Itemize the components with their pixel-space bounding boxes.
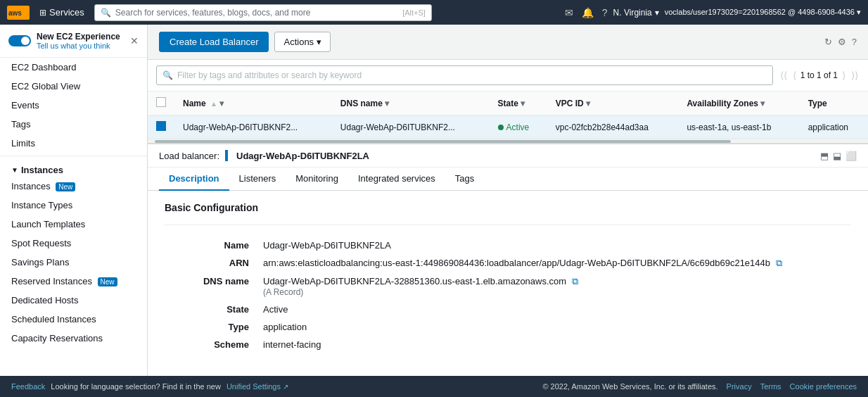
global-search[interactable]: 🔍 Search for services, features, blogs, … bbox=[94, 4, 432, 21]
sidebar-item-reserved-instances[interactable]: Reserved Instances New bbox=[0, 272, 147, 291]
tab-monitoring[interactable]: Monitoring bbox=[286, 168, 348, 191]
page-next-button[interactable]: ⟩ bbox=[841, 68, 847, 82]
tab-listeners[interactable]: Listeners bbox=[229, 168, 286, 191]
sidebar-item-instances[interactable]: Instances New bbox=[0, 177, 147, 196]
tab-tags[interactable]: Tags bbox=[445, 168, 484, 191]
col-dns: DNS name ▾ bbox=[332, 92, 490, 115]
section-divider bbox=[165, 225, 851, 225]
col-state-filter-icon[interactable]: ▾ bbox=[521, 99, 525, 108]
panel-split-1-icon[interactable]: ⬒ bbox=[820, 151, 829, 161]
field-name: Name Udagr-WebAp-D6ITUBKNF2LA bbox=[165, 237, 851, 254]
sidebar-item-savings-plans[interactable]: Savings Plans bbox=[0, 253, 147, 272]
actions-chevron-icon: ▾ bbox=[317, 37, 321, 47]
row-checkbox[interactable] bbox=[156, 121, 166, 131]
field-scheme: Scheme internet-facing bbox=[165, 336, 851, 353]
arn-copy-icon[interactable]: ⧉ bbox=[776, 258, 782, 268]
privacy-link[interactable]: Privacy bbox=[727, 382, 752, 391]
col-dns-filter-icon[interactable]: ▾ bbox=[385, 99, 389, 108]
field-dns-name: DNS name Udagr-WebAp-D6ITUBKNF2LA-328851… bbox=[165, 272, 851, 301]
table-row[interactable]: Udagr-WebAp-D6ITUBKNF2... Udagr-WebAp-D6… bbox=[148, 115, 868, 139]
alerts-icon[interactable]: 🔔 bbox=[582, 7, 594, 18]
sidebar-item-spot-requests[interactable]: Spot Requests bbox=[0, 234, 147, 253]
toolbar-icons: ↻ ⚙ ? bbox=[824, 37, 857, 47]
reserved-badge: New bbox=[98, 277, 117, 286]
lb-color-indicator bbox=[225, 150, 228, 161]
scroll-area bbox=[148, 139, 868, 143]
row-vpc: vpc-02fcb2b28e44ad3aa bbox=[547, 115, 679, 139]
create-load-balancer-button[interactable]: Create Load Balancer bbox=[159, 32, 269, 52]
help-icon[interactable]: ? bbox=[852, 37, 857, 47]
page-prev-button[interactable]: ⟨ bbox=[791, 68, 798, 82]
col-vpc: VPC ID ▾ bbox=[547, 92, 679, 115]
sidebar-item-limits[interactable]: Limits bbox=[0, 134, 147, 153]
external-link-icon: ↗ bbox=[283, 383, 288, 391]
detail-content: Basic Configuration Name Udagr-WebAp-D6I… bbox=[148, 191, 868, 365]
lb-label: Load balancer: bbox=[159, 151, 219, 161]
sidebar-item-dedicated-hosts[interactable]: Dedicated Hosts bbox=[0, 291, 147, 310]
detail-panel-icons: ⬒ ⬓ ⬜ bbox=[820, 151, 857, 161]
main-content: Create Load Balancer Actions ▾ ↻ ⚙ ? 🔍 F… bbox=[148, 25, 868, 376]
unified-settings-link[interactable]: Unified Settings ↗ bbox=[226, 382, 288, 391]
terms-link[interactable]: Terms bbox=[760, 382, 781, 391]
field-arn: ARN arn:aws:elasticloadbalancing:us-east… bbox=[165, 254, 851, 272]
page-last-button[interactable]: ⟩⟩ bbox=[850, 68, 860, 82]
sidebar-item-launch-templates[interactable]: Launch Templates bbox=[0, 215, 147, 234]
footer: Feedback Looking for language selection?… bbox=[0, 376, 868, 397]
row-state: Active bbox=[490, 115, 547, 139]
panel-split-2-icon[interactable]: ⬓ bbox=[833, 151, 841, 161]
detail-tabs: Description Listeners Monitoring Integra… bbox=[148, 168, 868, 191]
load-balancers-table: Name ▲ ▾ DNS name ▾ State ▾ bbox=[148, 92, 868, 139]
detail-header: Load balancer: Udagr-WebAp-D6ITUBKNF2LA … bbox=[148, 144, 868, 168]
info-grid: Name Udagr-WebAp-D6ITUBKNF2LA ARN arn:aw… bbox=[165, 237, 851, 353]
toggle-sub-link[interactable]: Tell us what you think bbox=[37, 42, 120, 50]
sidebar-close-button[interactable]: ✕ bbox=[130, 35, 139, 46]
filter-input[interactable]: 🔍 Filter by tags and attributes or searc… bbox=[156, 65, 773, 85]
col-vpc-filter-icon[interactable]: ▾ bbox=[586, 99, 590, 108]
sidebar-item-instance-types[interactable]: Instance Types bbox=[0, 196, 147, 215]
sidebar-item-tags[interactable]: Tags bbox=[0, 115, 147, 134]
sidebar-item-ec2-global-view[interactable]: EC2 Global View bbox=[0, 77, 147, 96]
tab-integrated-services[interactable]: Integrated services bbox=[348, 168, 445, 191]
col-az: Availability Zones ▾ bbox=[678, 92, 799, 115]
search-icon: 🔍 bbox=[101, 8, 111, 18]
sidebar-item-events[interactable]: Events bbox=[0, 96, 147, 115]
filter-search-icon: 🔍 bbox=[162, 70, 173, 80]
panel-expand-icon[interactable]: ⬜ bbox=[845, 151, 857, 161]
sidebar-section-instances[interactable]: ▼ Instances bbox=[0, 159, 147, 177]
user-menu[interactable]: voclabs/user1973029=2201968562 @ 4498-69… bbox=[665, 8, 861, 17]
col-az-filter-icon[interactable]: ▾ bbox=[760, 99, 765, 108]
instances-badge: New bbox=[56, 182, 75, 191]
notifications-icon[interactable]: ✉ bbox=[565, 7, 573, 18]
region-chevron-icon: ▾ bbox=[655, 8, 659, 18]
row-type: application bbox=[800, 115, 868, 139]
actions-button[interactable]: Actions ▾ bbox=[274, 32, 331, 52]
cookie-link[interactable]: Cookie preferences bbox=[790, 382, 857, 391]
page-first-button[interactable]: ⟨⟨ bbox=[779, 68, 789, 82]
table-area: 🔍 Filter by tags and attributes or searc… bbox=[148, 60, 868, 144]
experience-toggle-switch[interactable] bbox=[8, 35, 31, 46]
tab-description[interactable]: Description bbox=[159, 168, 229, 191]
svg-text:aws: aws bbox=[8, 9, 22, 17]
sidebar-item-ec2-dashboard[interactable]: EC2 Dashboard bbox=[0, 58, 147, 77]
toggle-label: New EC2 Experience bbox=[37, 32, 120, 42]
col-name-filter-icon[interactable]: ▾ bbox=[219, 99, 224, 108]
toolbar: Create Load Balancer Actions ▾ ↻ ⚙ ? bbox=[148, 25, 868, 60]
feedback-link[interactable]: Feedback bbox=[11, 382, 45, 391]
refresh-icon[interactable]: ↻ bbox=[824, 37, 832, 47]
user-chevron-icon: ▾ bbox=[857, 8, 861, 16]
select-all-checkbox[interactable] bbox=[156, 97, 166, 107]
sidebar-item-scheduled-instances[interactable]: Scheduled Instances bbox=[0, 310, 147, 329]
app-layout: New EC2 Experience Tell us what you thin… bbox=[0, 25, 868, 376]
settings-icon[interactable]: ⚙ bbox=[838, 37, 846, 47]
field-type: Type application bbox=[165, 318, 851, 336]
chevron-down-icon: ▼ bbox=[11, 166, 18, 174]
section-title: Basic Configuration bbox=[165, 202, 851, 213]
dns-copy-icon[interactable]: ⧉ bbox=[572, 276, 578, 286]
detail-panel: Load balancer: Udagr-WebAp-D6ITUBKNF2LA … bbox=[148, 144, 868, 376]
sidebar-item-capacity-reservations[interactable]: Capacity Reservations bbox=[0, 329, 147, 348]
col-state: State ▾ bbox=[490, 92, 547, 115]
region-selector[interactable]: N. Virginia ▾ bbox=[613, 8, 659, 18]
services-menu[interactable]: ⊞ Services bbox=[35, 6, 89, 19]
support-icon[interactable]: ? bbox=[602, 7, 608, 18]
field-state: State Active bbox=[165, 301, 851, 318]
